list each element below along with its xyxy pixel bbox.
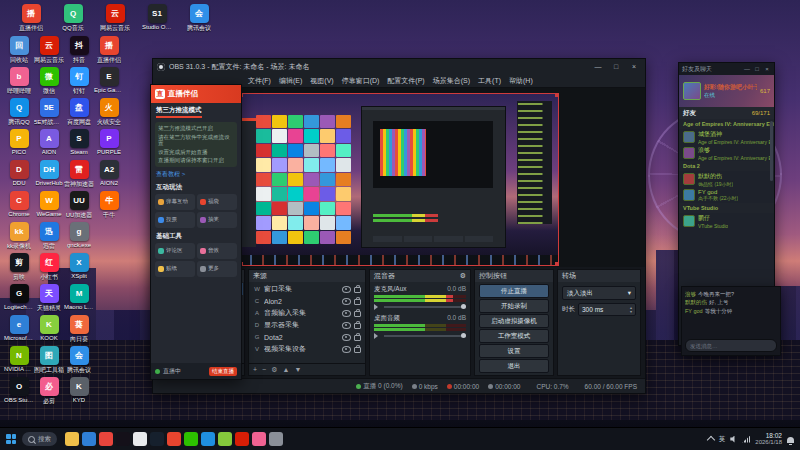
desktop-icon[interactable]: e Microsoft Edge — [4, 315, 34, 346]
desktop-icon[interactable]: 云 网易云音乐 — [100, 4, 130, 35]
desktop-icon[interactable]: K KYD — [64, 377, 94, 408]
source-item[interactable]: V 视频采集设备 — [250, 343, 364, 355]
close-button[interactable]: × — [763, 66, 771, 72]
source-item[interactable]: G Dota2 — [250, 331, 364, 343]
mixer-settings-icon[interactable]: ⚙ — [460, 272, 466, 280]
speaker-icon[interactable] — [374, 304, 381, 310]
desktop-icon[interactable]: 盘 百度网盘 — [64, 98, 94, 129]
taskbar-app-icon[interactable] — [116, 432, 130, 446]
menu-item[interactable]: 编辑(E) — [276, 76, 305, 86]
desktop-icon[interactable]: 云 网易云音乐 — [34, 36, 64, 67]
desktop-icon[interactable]: D DDU — [4, 160, 34, 191]
selection-handle[interactable] — [555, 94, 558, 97]
desktop-icon[interactable]: K KOOK — [34, 315, 64, 346]
menu-item[interactable]: 视图(V) — [307, 76, 336, 86]
source-item[interactable]: A 音频输入采集 — [250, 307, 364, 319]
desktop-icon[interactable]: b 哔哩哔哩 — [4, 67, 34, 98]
avatar[interactable] — [683, 82, 701, 100]
control-button[interactable]: 开始录制 — [479, 299, 549, 313]
game-group-header[interactable]: VTube Studio — [679, 203, 774, 213]
friends-list-header[interactable]: 好友 69/171 — [679, 107, 774, 119]
menu-item[interactable]: 停靠窗口(D) — [339, 76, 383, 86]
desktop-icon[interactable]: O OBS Studio — [4, 377, 34, 408]
desktop-icon[interactable]: M Maono Link — [64, 284, 94, 315]
preview-canvas-source[interactable] — [240, 94, 558, 265]
control-button[interactable]: 退出 — [479, 359, 549, 373]
desktop-icon[interactable]: 回 回收站 — [4, 36, 34, 67]
desktop-icon[interactable]: X XSplit — [64, 253, 94, 284]
visibility-eye-icon[interactable] — [342, 310, 351, 317]
desktop-icon[interactable]: 图 图吧工具箱 — [34, 346, 64, 377]
control-button[interactable]: 设置 — [479, 344, 549, 358]
taskbar-app-icon[interactable] — [218, 432, 232, 446]
desktop-icon[interactable]: 播 直播伴侣 — [94, 36, 124, 67]
help-link[interactable]: 查看教程 > — [156, 170, 236, 179]
desktop-icon[interactable]: 天 天猫精灵 — [34, 284, 64, 315]
game-group-header[interactable]: Dota 2 — [679, 161, 774, 171]
desktop-icon[interactable]: 红 小红书 — [34, 253, 64, 284]
friends-titlebar[interactable]: 好友及聊天 — □ × — [679, 63, 774, 75]
taskbar-app-icon[interactable] — [65, 432, 79, 446]
lock-icon[interactable] — [354, 299, 361, 305]
desktop-icon[interactable]: 5E 5E对战平台 — [34, 98, 64, 129]
taskbar-app-icon[interactable] — [184, 432, 198, 446]
control-button[interactable]: 工作室模式 — [479, 329, 549, 343]
source-properties-button[interactable]: ⚙ — [271, 366, 277, 374]
desktop-icon[interactable]: 播 直播伴侣 — [16, 4, 46, 35]
desktop-icon[interactable]: S Steam — [64, 129, 94, 160]
desktop-icon[interactable]: G Logitech G HUB — [4, 284, 34, 315]
visibility-eye-icon[interactable] — [342, 298, 351, 305]
desktop-icon[interactable]: 微 微信 — [34, 67, 64, 98]
desktop-icon[interactable]: 会 腾讯会议 — [64, 346, 94, 377]
add-source-button[interactable]: + — [253, 366, 257, 373]
taskbar-search[interactable]: 搜索 — [22, 432, 57, 446]
source-item[interactable]: C Alon2 — [250, 295, 364, 307]
maximize-button[interactable]: □ — [753, 66, 761, 72]
menu-item[interactable]: 工具(T) — [475, 76, 504, 86]
language-indicator[interactable]: 英 — [719, 435, 726, 444]
close-button[interactable]: × — [627, 63, 641, 70]
friend-row[interactable]: 浪够 Age of Empires IV: Anniversary Edi — [679, 145, 774, 161]
visibility-eye-icon[interactable] — [342, 322, 351, 329]
taskbar-app-icon[interactable] — [133, 432, 147, 446]
lock-icon[interactable] — [354, 323, 361, 329]
desktop-icon[interactable]: E Epic Games — [94, 67, 124, 98]
lock-icon[interactable] — [354, 311, 361, 317]
menu-item[interactable]: 配置文件(P) — [384, 76, 427, 86]
desktop-icon[interactable]: C Chrome — [4, 191, 34, 222]
taskbar-app-icon[interactable] — [269, 432, 283, 446]
profile-name[interactable]: 好彩!随你游吧小叶子 — [704, 83, 757, 92]
taskbar-app-icon[interactable] — [82, 432, 96, 446]
desktop-icon[interactable]: N NVIDIA App — [4, 346, 34, 377]
selection-handle[interactable] — [555, 262, 558, 265]
friend-row[interactable]: FY god 高手不败 (22小时) — [679, 187, 774, 203]
lock-icon[interactable] — [354, 287, 361, 293]
notification-bell-icon[interactable] — [787, 437, 794, 443]
desktop-icon[interactable]: 钉 钉钉 — [64, 67, 94, 98]
obs-titlebar[interactable]: OBS 31.0.3 - 配置文件: 未命名 - 场景: 未命名 — □ × — [153, 59, 645, 74]
feature-card[interactable]: 评论区 — [155, 243, 195, 259]
duration-spinbox[interactable]: 300 ms ▴▾ — [578, 303, 636, 316]
desktop-icon[interactable]: S1 Studio One — [142, 4, 172, 35]
desktop-icon[interactable]: Q 腾讯QQ — [4, 98, 34, 129]
desktop-icon[interactable]: 剪 剪映 — [4, 253, 34, 284]
desktop-icon[interactable]: Q QQ音乐 — [58, 4, 88, 35]
visibility-eye-icon[interactable] — [342, 334, 351, 341]
end-stream-button[interactable]: 结束直播 — [209, 367, 237, 376]
menu-item[interactable]: 场景集合(S) — [430, 76, 473, 86]
taskbar-app-icon[interactable] — [201, 432, 215, 446]
chat-input[interactable] — [685, 339, 777, 352]
slider-track[interactable] — [384, 306, 466, 308]
desktop-icon[interactable]: 葵 向日葵 — [64, 315, 94, 346]
move-source-up-button[interactable]: ▲ — [282, 366, 289, 373]
lock-icon[interactable] — [354, 347, 361, 353]
friend-row[interactable]: 鹏仔 VTube Studio — [679, 213, 774, 229]
feature-card[interactable]: 弹幕互动 — [155, 194, 195, 210]
desktop-icon[interactable]: P PICO — [4, 129, 34, 160]
visibility-eye-icon[interactable] — [342, 346, 351, 353]
scrollbar[interactable] — [770, 121, 773, 181]
desktop-icon[interactable]: 火 火绒安全 — [94, 98, 124, 129]
taskbar-app-icon[interactable] — [99, 432, 113, 446]
tab-third-party-stream[interactable]: 第三方推流模式 — [156, 106, 202, 118]
slider-handle[interactable] — [461, 333, 466, 338]
